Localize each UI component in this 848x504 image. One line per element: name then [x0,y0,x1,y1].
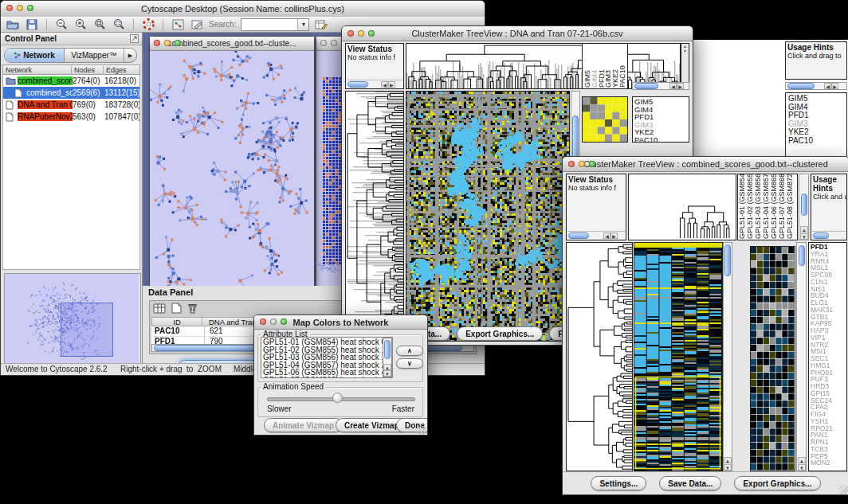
column-labels-vscrollbar[interactable]: ▲ ▼ [799,174,809,240]
detail-hscrollbar[interactable]: ◀ ▶ [632,82,689,90]
col-network[interactable]: Network [3,65,72,74]
new-attribute-icon[interactable] [171,303,182,317]
scroll-left-icon[interactable]: ◀ [824,83,831,89]
zoom-selected-icon[interactable] [92,18,107,30]
save-data-button[interactable]: Save Data... [659,476,721,490]
scroll-right-icon[interactable]: ▶ [677,83,684,89]
attribute-editor-icon[interactable] [314,18,328,30]
row-dendrogram[interactable] [345,91,404,342]
scroll-up-icon[interactable]: ▲ [383,364,391,370]
scroll-left-icon[interactable]: ◀ [381,81,388,88]
open-file-icon[interactable] [6,18,20,30]
column-label: GPL51-01 (GSM854) [739,174,747,239]
main-titlebar[interactable]: Cytoscape Desktop (Session Name: collins… [1,1,485,18]
treeview2-titlebar[interactable]: ClusterMaker TreeView : combined_scores_… [563,157,848,172]
usage-hints-hscrollbar[interactable] [812,231,846,239]
minimize-icon[interactable] [331,40,337,46]
export-graphics-button[interactable]: Export Graphics... [734,476,820,490]
birds-eye-view[interactable] [4,273,141,365]
close-icon[interactable] [260,318,266,325]
heatmap-vscrollbar[interactable]: ▲ ▼ [723,242,732,471]
network-tree-row[interactable]: RNAPuberNov2+563(0)107847(0) [3,111,139,123]
scroll-down-icon[interactable]: ▼ [383,370,391,377]
desktop: Cytoscape Desktop (Session Name: collins… [0,0,848,504]
view-status-hscrollbar[interactable]: ◀ ▶ [347,80,402,88]
network-window-a-titlebar[interactable]: combined_scores_good.txt--cluste... [150,37,314,51]
column-dendrogram[interactable] [628,174,736,240]
network-tree-row[interactable]: combined_sco2569(6)13112(15) [3,87,139,99]
settings-button[interactable]: Settings... [591,476,646,490]
birds-eye-viewport-rect[interactable] [61,303,113,357]
resize-grip[interactable] [418,425,426,434]
animate-vizmap-button[interactable]: Animate Vizmap [264,418,343,432]
data-col-id[interactable]: ID [152,318,202,326]
zoom-in-icon[interactable] [73,18,88,30]
tab-vizmapper[interactable]: VizMapper™ [65,49,124,62]
resize-grip[interactable] [839,485,848,494]
annotation-icon[interactable] [190,18,204,30]
dialog-titlebar[interactable]: Map Colors to Network [254,315,427,330]
save-icon[interactable] [25,18,39,30]
scroll-right-icon[interactable]: ▶ [610,232,618,239]
zoom-window-icon[interactable] [27,5,33,11]
network-tree-row[interactable]: combined_scores2764(0)16218(0) [3,75,139,87]
close-icon[interactable] [6,5,13,11]
column-label: GPL51-03 (GSM856) [755,174,763,239]
scroll-down-icon[interactable]: ▼ [800,233,808,240]
tab-overflow-icon[interactable]: ▶ [124,49,136,62]
attribute-select-icon[interactable] [153,303,166,317]
zoom-out-icon[interactable] [54,18,69,30]
close-icon[interactable] [347,30,354,37]
zoom-window-icon[interactable] [589,161,595,167]
view-status-hscrollbar[interactable]: ◀ ▶ [567,231,625,239]
scroll-left-icon[interactable]: ◀ [669,83,677,89]
scroll-down-icon[interactable]: ▼ [724,464,732,471]
tab-network[interactable]: Network [5,49,65,62]
minimize-icon[interactable] [270,318,277,325]
detail-vscrollbar[interactable]: ▲ ▼ [796,242,807,471]
move-attribute-up-button[interactable]: ∧ [396,346,423,356]
minimize-icon[interactable] [358,30,364,37]
float-panel-icon[interactable] [130,34,139,45]
export-graphics-button[interactable]: Export Graphics... [457,326,543,341]
minimize-icon[interactable] [17,5,23,11]
scroll-up-icon[interactable]: ▲ [798,457,806,463]
network-view-a-canvas[interactable] [150,51,312,286]
col-nodes[interactable]: Nodes [72,65,104,74]
scroll-down-icon[interactable]: ▼ [798,464,806,471]
treeview1-titlebar[interactable]: ClusterMaker TreeView : DNA and Tran 07-… [342,26,693,41]
heatmap-detail-view[interactable] [750,246,795,471]
control-panel-title: Control Panel [5,34,57,43]
close-icon[interactable] [568,161,575,167]
scroll-up-icon[interactable]: ▲ [724,457,732,463]
move-attribute-down-button[interactable]: ∨ [396,358,423,369]
scroll-down-icon[interactable]: ▼ [681,49,689,53]
animation-speed-slider-thumb[interactable] [332,393,343,403]
attribute-list-vscrollbar[interactable]: ▲ ▼ [383,338,392,377]
close-icon[interactable] [320,40,327,46]
attribute-list-item[interactable]: GPL51-07 (GSM868) heat shock 60 min [263,377,392,378]
search-dropdown-icon[interactable]: ▼ [297,19,308,30]
scroll-right-icon[interactable]: ▶ [388,81,395,88]
minimize-icon[interactable] [579,161,585,167]
network-tree-row[interactable]: DNA and Tran 07769(0)183728(0) [3,99,139,111]
heatmap-global-view[interactable] [634,242,723,471]
zoom-fit-icon[interactable] [112,18,126,30]
close-icon[interactable] [154,40,160,46]
search-input[interactable] [241,19,297,30]
detail-matrix-view[interactable] [582,96,628,143]
minimize-icon[interactable] [164,40,171,46]
usage-hints-hscrollbar[interactable]: ◀ ▶ [785,82,847,90]
heatmap-global-view[interactable] [406,91,570,342]
scroll-up-icon[interactable]: ▲ [800,226,808,232]
zoom-window-icon[interactable] [281,318,287,325]
zoom-window-icon[interactable] [368,30,375,37]
scroll-left-icon[interactable]: ◀ [603,232,610,239]
row-dendrogram[interactable] [566,242,633,471]
zoom-window-icon[interactable] [175,40,181,46]
help-icon[interactable] [141,18,155,30]
scroll-right-icon[interactable]: ▶ [831,83,838,89]
layout-icon[interactable] [171,18,185,30]
col-edges[interactable]: Edges [104,65,139,74]
delete-attribute-icon[interactable] [187,303,198,317]
